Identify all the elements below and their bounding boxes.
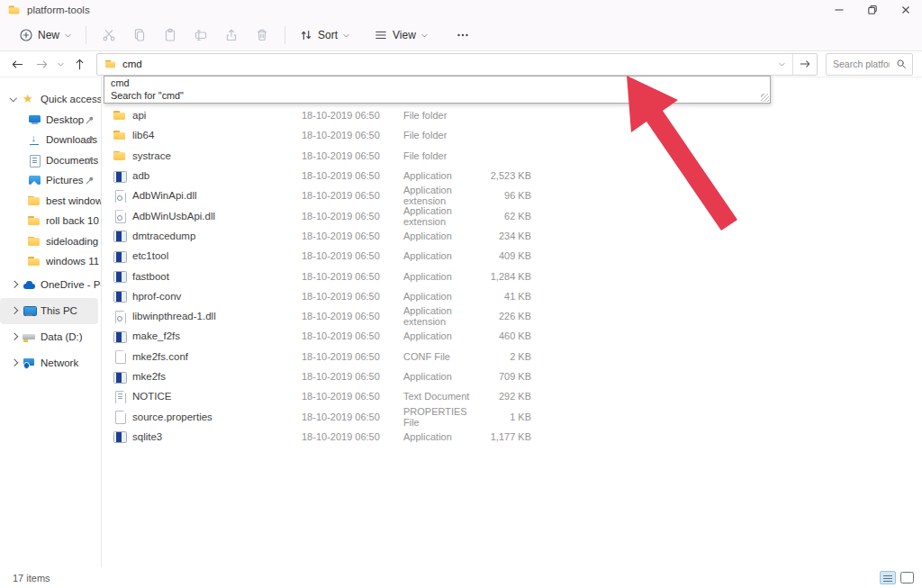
file-name-cell: adb xyxy=(113,168,302,183)
file-row[interactable]: lib64 18-10-2019 06:50 File folder xyxy=(102,125,922,145)
delete-button[interactable] xyxy=(247,23,277,47)
file-row[interactable]: api 18-10-2019 06:50 File folder xyxy=(102,105,922,125)
tree-chevron-icon[interactable] xyxy=(13,132,27,147)
file-date-modified: 18-10-2019 06:50 xyxy=(302,211,403,222)
file-name-cell: mke2fs xyxy=(113,369,302,384)
sidebar-item-label: Network xyxy=(41,357,78,368)
sidebar-item[interactable]: sideloading apps xyxy=(0,231,101,252)
restore-icon xyxy=(867,5,878,15)
tree-chevron-icon[interactable] xyxy=(7,303,22,318)
tree-chevron-icon[interactable] xyxy=(13,234,27,249)
file-row[interactable]: mke2fs 18-10-2019 06:50 Application 709 … xyxy=(102,366,922,386)
file-row[interactable]: source.properties 18-10-2019 06:50 PROPE… xyxy=(102,406,922,426)
new-button[interactable]: New xyxy=(13,24,78,46)
tree-chevron-icon[interactable] xyxy=(7,356,22,370)
resize-grip[interactable] xyxy=(761,94,769,102)
suggestion-item[interactable]: Search for "cmd" xyxy=(104,90,770,103)
tree-chevron-icon[interactable] xyxy=(13,113,27,127)
file-type-icon xyxy=(113,329,127,343)
share-icon xyxy=(224,28,239,42)
file-size: 234 KB xyxy=(484,231,531,241)
file-row[interactable]: systrace 18-10-2019 06:50 File folder xyxy=(102,146,922,166)
go-to-button[interactable] xyxy=(792,54,817,75)
file-name: hprof-conv xyxy=(132,291,181,302)
more-options-button[interactable] xyxy=(447,23,478,47)
file-row[interactable]: fastboot 18-10-2019 06:50 Application 1,… xyxy=(102,266,922,285)
tree-chevron-icon[interactable] xyxy=(13,213,27,228)
tree-chevron-icon[interactable] xyxy=(13,194,27,208)
large-icons-view-button[interactable] xyxy=(899,570,915,585)
view-button[interactable]: View xyxy=(367,24,435,46)
file-row[interactable]: AdbWinApi.dll 18-10-2019 06:50 Applicati… xyxy=(102,185,922,205)
file-name-cell: NOTICE xyxy=(113,389,302,403)
file-row[interactable]: adb 18-10-2019 06:50 Application 2,523 K… xyxy=(102,166,922,185)
new-plus-icon xyxy=(19,28,33,42)
sort-button[interactable]: Sort xyxy=(293,24,357,46)
suggestion-item[interactable]: cmd xyxy=(104,77,770,90)
file-name-cell: AdbWinUsbApi.dll xyxy=(113,209,302,223)
sidebar-item[interactable]: OneDrive - Personal xyxy=(0,272,101,298)
tree-chevron-icon[interactable] xyxy=(7,330,22,344)
sidebar-item-icon xyxy=(27,254,41,268)
share-button[interactable] xyxy=(216,23,247,47)
copy-icon xyxy=(132,28,147,42)
sidebar-item[interactable]: Desktop xyxy=(0,110,101,131)
restore-button[interactable] xyxy=(855,0,889,20)
sidebar-item[interactable]: Documents xyxy=(0,150,101,171)
file-row[interactable]: hprof-conv 18-10-2019 06:50 Application … xyxy=(102,286,922,306)
file-type-icon xyxy=(113,349,127,364)
navigation-pane: Quick access Desktop Downloads xyxy=(0,77,102,568)
forward-button[interactable] xyxy=(30,53,54,75)
file-type: Application xyxy=(403,371,484,382)
cut-button[interactable] xyxy=(94,23,124,47)
details-view-button[interactable] xyxy=(879,570,897,585)
sidebar-item[interactable]: Quick access xyxy=(0,89,101,110)
minimize-button[interactable] xyxy=(822,0,855,20)
sidebar-item-icon xyxy=(27,132,41,147)
file-row[interactable]: sqlite3 18-10-2019 06:50 Application 1,1… xyxy=(102,427,922,447)
sidebar-item-icon xyxy=(27,234,41,249)
address-dropdown-button[interactable] xyxy=(771,54,792,75)
tree-chevron-icon[interactable] xyxy=(13,153,27,167)
sidebar-item[interactable]: windows 11 safe m xyxy=(0,251,101,272)
file-row[interactable]: dmtracedump 18-10-2019 06:50 Application… xyxy=(102,226,922,246)
file-row[interactable]: make_f2fs 18-10-2019 06:50 Application 4… xyxy=(102,326,922,346)
sidebar-item-label: roll back 10 xyxy=(46,215,99,226)
sidebar-item[interactable]: Data (D:) xyxy=(0,324,101,350)
tree-chevron-icon[interactable] xyxy=(13,173,27,187)
sidebar-item-label: Quick access xyxy=(41,94,101,104)
sidebar-item[interactable]: best windows 11 a xyxy=(0,191,101,212)
file-date-modified: 18-10-2019 06:50 xyxy=(302,431,403,442)
sidebar-item[interactable]: roll back 10 xyxy=(0,211,101,231)
file-list: api 18-10-2019 06:50 File folder lib64 1… xyxy=(102,77,922,568)
file-size: 2,523 KB xyxy=(484,170,531,181)
sidebar-item-label: sideloading apps xyxy=(46,236,101,247)
tree-chevron-icon[interactable] xyxy=(7,92,22,106)
file-row[interactable]: etc1tool 18-10-2019 06:50 Application 40… xyxy=(102,246,922,266)
file-type: Application xyxy=(403,170,484,181)
tree-chevron-icon[interactable] xyxy=(7,277,22,292)
file-row[interactable]: NOTICE 18-10-2019 06:50 Text Document 29… xyxy=(102,386,922,406)
sidebar-item[interactable]: This PC xyxy=(0,298,98,324)
rename-button[interactable] xyxy=(185,23,216,47)
back-button[interactable] xyxy=(5,53,30,75)
tree-chevron-icon[interactable] xyxy=(13,254,27,268)
sidebar-item[interactable]: Pictures xyxy=(0,170,101,191)
close-button[interactable] xyxy=(889,0,922,20)
minimize-icon xyxy=(834,5,845,15)
paste-button[interactable] xyxy=(155,23,185,47)
sidebar-item[interactable]: Downloads xyxy=(0,130,101,150)
file-name-cell: lib64 xyxy=(113,128,302,142)
recent-locations-button[interactable] xyxy=(54,53,68,75)
file-row[interactable]: AdbWinUsbApi.dll 18-10-2019 06:50 Applic… xyxy=(102,205,922,225)
file-row[interactable]: mke2fs.conf 18-10-2019 06:50 CONF File 2… xyxy=(102,347,922,366)
search-input[interactable] xyxy=(827,59,890,69)
explorer-body: Quick access Desktop Downloads xyxy=(0,77,922,568)
address-input[interactable] xyxy=(122,59,771,69)
file-row[interactable]: libwinpthread-1.dll 18-10-2019 06:50 App… xyxy=(102,306,922,326)
file-type-icon xyxy=(113,209,127,223)
sidebar-item[interactable]: Network xyxy=(0,350,101,376)
file-name-cell: dmtracedump xyxy=(113,229,302,243)
up-button[interactable] xyxy=(68,53,92,75)
copy-button[interactable] xyxy=(124,23,155,47)
